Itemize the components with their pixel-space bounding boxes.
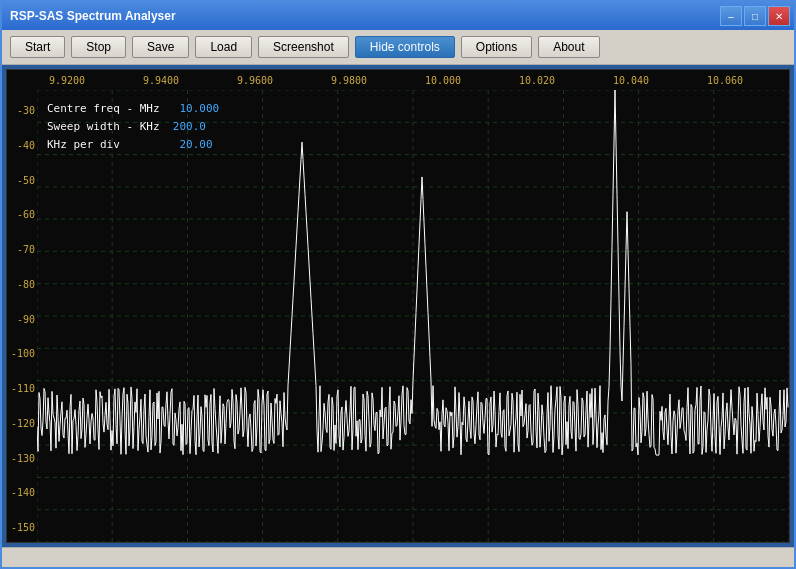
db-label-3: -60 bbox=[17, 209, 35, 220]
title-bar: RSP-SAS Spectrum Analyser – □ ✕ bbox=[2, 2, 794, 30]
freq-label-0: 9.9200 bbox=[49, 75, 85, 86]
db-label-8: -110 bbox=[11, 383, 35, 394]
screenshot-button[interactable]: Screenshot bbox=[258, 36, 349, 58]
db-label-0: -30 bbox=[17, 105, 35, 116]
window-controls: – □ ✕ bbox=[720, 6, 790, 26]
title-bar-left: RSP-SAS Spectrum Analyser bbox=[6, 9, 176, 23]
freq-label-1: 9.9400 bbox=[143, 75, 179, 86]
save-button[interactable]: Save bbox=[132, 36, 189, 58]
centre-freq-value: 10.000 bbox=[179, 102, 219, 115]
main-window: RSP-SAS Spectrum Analyser – □ ✕ Start St… bbox=[0, 0, 796, 569]
db-label-7: -100 bbox=[11, 348, 35, 359]
sweep-width-line: Sweep width - KHz 200.0 bbox=[47, 118, 219, 136]
db-axis: -30-40-50-60-70-80-90-100-110-120-130-14… bbox=[7, 90, 37, 542]
centre-freq-label: Centre freq - MHz bbox=[47, 102, 160, 115]
frequency-axis: 9.92009.94009.96009.980010.00010.02010.0… bbox=[37, 70, 789, 90]
freq-label-6: 10.040 bbox=[613, 75, 649, 86]
toolbar: Start Stop Save Load Screenshot Hide con… bbox=[2, 30, 794, 65]
sweep-width-value: 200.0 bbox=[173, 120, 206, 133]
freq-label-2: 9.9600 bbox=[237, 75, 273, 86]
spectrum-canvas bbox=[37, 90, 789, 542]
freq-label-4: 10.000 bbox=[425, 75, 461, 86]
about-button[interactable]: About bbox=[538, 36, 599, 58]
db-label-10: -130 bbox=[11, 452, 35, 463]
minimize-button[interactable]: – bbox=[720, 6, 742, 26]
options-button[interactable]: Options bbox=[461, 36, 532, 58]
maximize-button[interactable]: □ bbox=[744, 6, 766, 26]
db-label-2: -50 bbox=[17, 174, 35, 185]
db-label-4: -70 bbox=[17, 244, 35, 255]
db-label-6: -90 bbox=[17, 313, 35, 324]
db-label-11: -140 bbox=[11, 487, 35, 498]
start-button[interactable]: Start bbox=[10, 36, 65, 58]
centre-freq-line: Centre freq - MHz 10.000 bbox=[47, 100, 219, 118]
khz-per-div-value: 20.00 bbox=[179, 138, 212, 151]
status-bar bbox=[2, 547, 794, 567]
freq-label-5: 10.020 bbox=[519, 75, 555, 86]
sweep-width-label: Sweep width - KHz bbox=[47, 120, 160, 133]
khz-per-div-label: KHz per div bbox=[47, 138, 120, 151]
spectrum-info: Centre freq - MHz 10.000 Sweep width - K… bbox=[47, 100, 219, 154]
window-title: RSP-SAS Spectrum Analyser bbox=[6, 9, 176, 23]
db-label-9: -120 bbox=[11, 417, 35, 428]
db-label-12: -150 bbox=[11, 522, 35, 533]
close-button[interactable]: ✕ bbox=[768, 6, 790, 26]
grid-area bbox=[37, 90, 789, 542]
stop-button[interactable]: Stop bbox=[71, 36, 126, 58]
db-label-1: -40 bbox=[17, 139, 35, 150]
freq-label-7: 10.060 bbox=[707, 75, 743, 86]
khz-per-div-line: KHz per div 20.00 bbox=[47, 136, 219, 154]
hide-controls-button[interactable]: Hide controls bbox=[355, 36, 455, 58]
load-button[interactable]: Load bbox=[195, 36, 252, 58]
db-label-5: -80 bbox=[17, 278, 35, 289]
freq-label-3: 9.9800 bbox=[331, 75, 367, 86]
spectrum-display: 9.92009.94009.96009.980010.00010.02010.0… bbox=[6, 69, 790, 543]
